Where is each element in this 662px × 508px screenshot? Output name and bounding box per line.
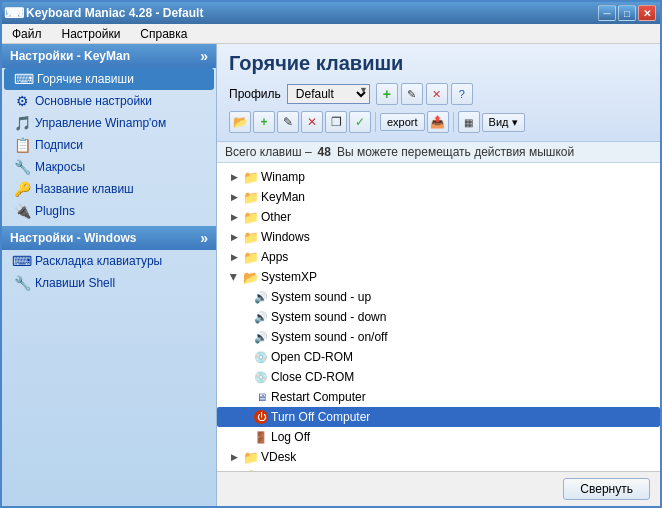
sidebar-section-keyman-label: Настройки - KeyMan bbox=[10, 49, 130, 63]
main-header: Горячие клавиши Профиль Default + ✎ ✕ ? bbox=[217, 44, 660, 142]
sidebar-item-general[interactable]: ⚙ Основные настройки bbox=[2, 90, 216, 112]
tree-row-windows[interactable]: ▶ 📁 Windows bbox=[217, 227, 660, 247]
page-title: Горячие клавиши bbox=[229, 52, 648, 75]
tree-arrow-other[interactable]: ▶ bbox=[227, 210, 241, 224]
toolbar-check-button[interactable]: ✓ bbox=[349, 111, 371, 133]
tree-label-turnoff: Turn Off Computer bbox=[271, 410, 370, 424]
tree-arrow-apps[interactable]: ▶ bbox=[227, 250, 241, 264]
minimize-button[interactable]: ─ bbox=[598, 5, 616, 21]
restore-button[interactable]: □ bbox=[618, 5, 636, 21]
tree-row-sound-up[interactable]: 🔊 System sound - up bbox=[217, 287, 660, 307]
logoff-icon: 🚪 bbox=[253, 429, 269, 445]
tree-row-winamp[interactable]: ▶ 📁 Winamp bbox=[217, 167, 660, 187]
folder-icon: 📁 bbox=[243, 169, 259, 185]
tree-row-restart[interactable]: 🖥 Restart Computer bbox=[217, 387, 660, 407]
sidebar-item-shell-keys[interactable]: 🔧 Клавиши Shell bbox=[2, 272, 216, 294]
tree-row-turnoff[interactable]: ⏻ Turn Off Computer bbox=[217, 407, 660, 427]
profile-help-button[interactable]: ? bbox=[451, 83, 473, 105]
folder-icon: 📁 bbox=[243, 249, 259, 265]
menu-settings[interactable]: Настройки bbox=[56, 25, 127, 43]
tree-arrow-vdesk[interactable]: ▶ bbox=[227, 450, 241, 464]
tree-node-systemxp: ▶ 📂 SystemXP 🔊 System sound - up 🔊 Syste… bbox=[217, 267, 660, 447]
profile-delete-button[interactable]: ✕ bbox=[426, 83, 448, 105]
sidebar-item-hotkeys-label: Горячие клавиши bbox=[37, 72, 134, 86]
close-button[interactable]: ✕ bbox=[638, 5, 656, 21]
toolbar-open-button[interactable]: 📂 bbox=[229, 111, 251, 133]
toolbar-table-button[interactable]: ▦ bbox=[458, 111, 480, 133]
sidebar-item-hotkeys[interactable]: ⌨ Горячие клавиши bbox=[4, 68, 214, 90]
keynames-icon: 🔑 bbox=[14, 181, 30, 197]
main-window: ⌨ Keyboard Maniac 4.28 - Default ─ □ ✕ Ф… bbox=[0, 0, 662, 508]
folder-open-icon: 📂 bbox=[243, 269, 259, 285]
toolbar-copy-button[interactable]: ❐ bbox=[325, 111, 347, 133]
profile-edit-button[interactable]: ✎ bbox=[401, 83, 423, 105]
sidebar-item-winamp[interactable]: 🎵 Управление Winamp'ом bbox=[2, 112, 216, 134]
tree-row-close-cd[interactable]: 💿 Close CD-ROM bbox=[217, 367, 660, 387]
main-toolbar: 📂 + ✎ ✕ ❐ ✓ export 📤 ▦ Вид ▾ bbox=[229, 111, 648, 133]
sidebar-item-winamp-label: Управление Winamp'ом bbox=[35, 116, 166, 130]
tree-label-open-cd: Open CD-ROM bbox=[271, 350, 353, 364]
toolbar-separator-2 bbox=[453, 112, 454, 132]
tree-arrow-windows[interactable]: ▶ bbox=[227, 230, 241, 244]
tree-row-open-cd[interactable]: 💿 Open CD-ROM bbox=[217, 347, 660, 367]
sidebar: Настройки - KeyMan » ⌨ Горячие клавиши ⚙… bbox=[2, 44, 217, 506]
tree-arrow-systemxp[interactable]: ▶ bbox=[227, 270, 241, 284]
tree-row-apps[interactable]: ▶ 📁 Apps bbox=[217, 247, 660, 267]
sidebar-item-keynames-label: Название клавиш bbox=[35, 182, 134, 196]
collapse-button[interactable]: Свернуть bbox=[563, 478, 650, 500]
sidebar-item-keynames[interactable]: 🔑 Название клавиш bbox=[2, 178, 216, 200]
sidebar-item-macros-label: Макросы bbox=[35, 160, 85, 174]
menu-file[interactable]: Файл bbox=[6, 25, 48, 43]
tree-node-keyman: ▶ 📁 KeyMan bbox=[217, 187, 660, 207]
menu-help[interactable]: Справка bbox=[134, 25, 193, 43]
profile-toolbar: + ✎ ✕ ? bbox=[376, 83, 473, 105]
toolbar-separator bbox=[375, 112, 376, 132]
sidebar-item-macros[interactable]: 🔧 Макросы bbox=[2, 156, 216, 178]
toolbar-export-button[interactable]: 📤 bbox=[427, 111, 449, 133]
power-icon: ⏻ bbox=[253, 409, 269, 425]
status-count-value: 48 bbox=[318, 145, 331, 159]
sidebar-item-plugins-label: PlugIns bbox=[35, 204, 75, 218]
sidebar-section-keyman-collapse[interactable]: » bbox=[200, 48, 208, 64]
tree-label-winamp: Winamp bbox=[261, 170, 305, 184]
tree-node-other: ▶ 📁 Other bbox=[217, 207, 660, 227]
tree-row-vdesk[interactable]: ▶ 📁 VDesk bbox=[217, 447, 660, 467]
profile-select[interactable]: Default bbox=[287, 84, 370, 104]
speaker-icon-3: 🔊 bbox=[253, 329, 269, 345]
sidebar-item-keyboard-layout-label: Раскладка клавиатуры bbox=[35, 254, 162, 268]
sidebar-item-shell-keys-label: Клавиши Shell bbox=[35, 276, 115, 290]
toolbar-add-button[interactable]: + bbox=[253, 111, 275, 133]
tree-row-sound-onoff[interactable]: 🔊 System sound - on/off bbox=[217, 327, 660, 347]
toolbar-edit-button[interactable]: ✎ bbox=[277, 111, 299, 133]
tree-node-apps: ▶ 📁 Apps bbox=[217, 247, 660, 267]
monitor-icon: 🖥 bbox=[253, 389, 269, 405]
tree-arrow-keyman[interactable]: ▶ bbox=[227, 190, 241, 204]
tree-label-windows: Windows bbox=[261, 230, 310, 244]
tree-row-logoff[interactable]: 🚪 Log Off bbox=[217, 427, 660, 447]
profile-add-button[interactable]: + bbox=[376, 83, 398, 105]
window-title: Keyboard Maniac 4.28 - Default bbox=[26, 6, 598, 20]
folder-icon: 📁 bbox=[243, 209, 259, 225]
sidebar-item-signatures-label: Подписи bbox=[35, 138, 83, 152]
tree-label-apps: Apps bbox=[261, 250, 288, 264]
sidebar-section-windows-collapse[interactable]: » bbox=[200, 230, 208, 246]
hotkeys-icon: ⌨ bbox=[16, 71, 32, 87]
toolbar-delete-button[interactable]: ✕ bbox=[301, 111, 323, 133]
toolbar-default-button[interactable]: export bbox=[380, 113, 425, 131]
tree-node-winamp: ▶ 📁 Winamp bbox=[217, 167, 660, 187]
sidebar-section-windows-label: Настройки - Windows bbox=[10, 231, 137, 245]
status-count-label: Всего клавиш – bbox=[225, 145, 312, 159]
tree-label-keyman: KeyMan bbox=[261, 190, 305, 204]
tree-row-sound-down[interactable]: 🔊 System sound - down bbox=[217, 307, 660, 327]
tree-row-other[interactable]: ▶ 📁 Other bbox=[217, 207, 660, 227]
titlebar-buttons: ─ □ ✕ bbox=[598, 5, 656, 21]
tree-node-windows: ▶ 📁 Windows bbox=[217, 227, 660, 247]
tree-arrow-winamp[interactable]: ▶ bbox=[227, 170, 241, 184]
toolbar-view-button[interactable]: Вид ▾ bbox=[482, 113, 525, 132]
sidebar-item-plugins[interactable]: 🔌 PlugIns bbox=[2, 200, 216, 222]
sidebar-item-keyboard-layout[interactable]: ⌨ Раскладка клавиатуры bbox=[2, 250, 216, 272]
tree-row-keyman[interactable]: ▶ 📁 KeyMan bbox=[217, 187, 660, 207]
tree-row-systemxp[interactable]: ▶ 📂 SystemXP bbox=[217, 267, 660, 287]
sidebar-item-signatures[interactable]: 📋 Подписи bbox=[2, 134, 216, 156]
menubar: Файл Настройки Справка bbox=[2, 24, 660, 44]
